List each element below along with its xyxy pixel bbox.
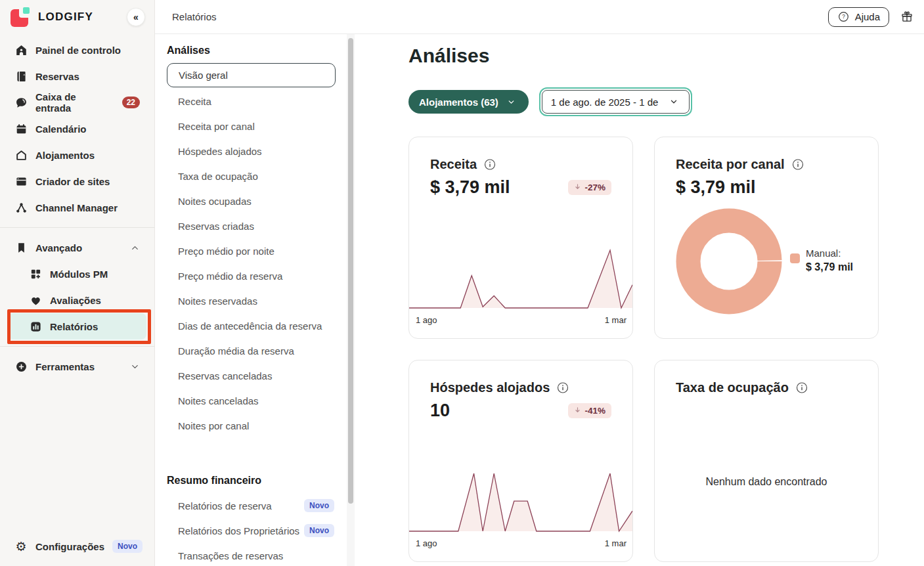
plus-circle-icon — [14, 360, 28, 373]
panel-item-relatorios-dos-proprietarios[interactable]: Relatórios dos ProprietáriosNovo — [167, 518, 336, 543]
sidebar-collapse-button[interactable]: « — [127, 8, 145, 26]
sparkline-chart — [409, 246, 632, 309]
sidebar-item-label: Módulos PM — [50, 269, 108, 280]
help-button[interactable]: ? Ajuda — [828, 7, 889, 27]
card-taxa-de-ocupacao: Taxa de ocupaçãoNenhum dado encontrado — [654, 360, 879, 562]
info-button[interactable] — [483, 158, 496, 171]
panel-item-label: Relatórios de reserva — [178, 500, 272, 512]
delta-badge: -27% — [568, 180, 611, 195]
panel-item-noites-por-canal[interactable]: Noites por canal — [167, 413, 336, 438]
delta-value: -41% — [584, 406, 605, 416]
sidebar-item-label: Caixa de entrada — [35, 91, 114, 114]
breadcrumb: Relatórios — [172, 11, 217, 22]
panel-item-noites-reservadas[interactable]: Noites reservadas — [167, 288, 336, 313]
chevron-up-icon — [130, 243, 140, 253]
logo-text: LODGIFY — [38, 11, 93, 24]
panel-item-label: Reservas criadas — [178, 221, 254, 232]
properties-dropdown[interactable]: Alojamentos (63) — [408, 90, 529, 114]
card-head: Hóspedes alojados — [409, 360, 632, 395]
x-axis-start-label: 1 ago — [416, 538, 437, 548]
card-value: 10 — [430, 401, 450, 421]
question-circle-icon: ? — [837, 11, 850, 23]
nav-divider — [0, 227, 154, 228]
panel-item-dias-de-antecedencia-da-reserva[interactable]: Dias de antecedência da reserva — [167, 313, 336, 338]
sidebar-item-label: Ferramentas — [35, 361, 95, 372]
panel-scrollbar-thumb[interactable] — [348, 38, 353, 504]
sidebar-item-label: Alojamentos — [35, 150, 95, 161]
legend-text: Manual:$ 3,79 mil — [806, 246, 853, 274]
sidebar-item-calendario[interactable]: Calendário — [8, 116, 146, 142]
panel-section-header: Resumo financeiro — [167, 475, 347, 487]
panel-item-taxa-de-ocupacao[interactable]: Taxa de ocupação — [167, 163, 336, 188]
panel-item-reservas-criadas[interactable]: Reservas criadas — [167, 213, 336, 238]
card-receita: Receita$ 3,79 mil-27%1 ago1 mar — [408, 137, 633, 339]
home-icon — [14, 44, 28, 56]
donut-chart — [676, 208, 782, 315]
sparkline-chart — [409, 469, 632, 533]
panel-item-label: Relatórios dos Proprietários — [178, 525, 299, 536]
panel-item-reservas-canceladas[interactable]: Reservas canceladas — [167, 363, 336, 388]
nav-divider — [0, 346, 154, 347]
panel-item-preco-medio-por-noite[interactable]: Preço médio por noite — [167, 238, 336, 263]
panel-item-preco-medio-da-reserva[interactable]: Preço médio da reserva — [167, 263, 336, 288]
info-button[interactable] — [556, 381, 569, 395]
panel-item-duracao-media-da-reserva[interactable]: Duração média da reserva — [167, 338, 336, 363]
down-arrow-icon — [574, 406, 581, 416]
sidebar-item-channel-manager[interactable]: Channel Manager — [8, 194, 146, 221]
panel-item-hospedes-alojados[interactable]: Hóspedes alojados — [167, 139, 336, 163]
sidebar-item-avancado[interactable]: Avançado — [8, 234, 146, 261]
card-head: Receita — [409, 137, 632, 172]
gift-button[interactable] — [900, 9, 913, 24]
panel-item-label: Noites ocupadas — [178, 196, 252, 207]
info-button[interactable] — [791, 158, 804, 171]
info-button[interactable] — [795, 381, 808, 395]
sidebar-item-alojamentos[interactable]: Alojamentos — [8, 142, 146, 168]
sidebar-item-painel-de-controlo[interactable]: Painel de controlo — [8, 37, 146, 63]
sidebar-item-configuracoes[interactable]: ⚙ Configurações Novo — [0, 532, 154, 561]
date-range-dropdown[interactable]: 1 de ago. de 2025 - 1 de — [542, 90, 690, 114]
panel-item-label: Noites por canal — [178, 420, 249, 431]
panel-item-receita-por-canal[interactable]: Receita por canal — [167, 114, 336, 139]
panel-item-noites-ocupadas[interactable]: Noites ocupadas — [167, 188, 336, 213]
sidebar-item-ferramentas[interactable]: Ferramentas — [8, 353, 146, 380]
empty-state-message: Nenhum dado encontrado — [655, 476, 878, 488]
card-title: Hóspedes alojados — [430, 380, 550, 395]
help-label: Ajuda — [855, 11, 880, 22]
panel-item-label: Dias de antecedência da reserva — [178, 320, 322, 332]
info-icon — [556, 381, 569, 395]
panel-item-label: Receita — [178, 96, 211, 107]
topbar: Relatórios ? Ajuda — [155, 0, 924, 34]
card-title: Taxa de ocupação — [676, 380, 789, 395]
x-axis-end-label: 1 mar — [605, 315, 627, 325]
card-value-row: $ 3,79 mil-27% — [409, 172, 632, 198]
panel-item-noites-canceladas[interactable]: Noites canceladas — [167, 388, 336, 413]
sidebar-item-criador-de-sites[interactable]: Criador de sites — [8, 168, 146, 194]
sidebar-item-label: Avaliações — [50, 295, 101, 306]
card-hospedes-alojados: Hóspedes alojados10-41%1 ago1 mar — [408, 360, 633, 562]
panel-item-visao-geral[interactable]: Visão geral — [167, 63, 336, 87]
sidebar-item-reservas[interactable]: Reservas — [8, 63, 146, 89]
card-value-row: 10-41% — [409, 395, 632, 421]
chart-legend: Manual:$ 3,79 mil — [790, 246, 853, 274]
lodgify-logo-icon — [11, 7, 30, 27]
svg-text:?: ? — [842, 13, 845, 20]
sidebar-item-relatorios[interactable]: Relatórios — [8, 313, 146, 339]
sidebar-item-avaliacoes[interactable]: Avaliações — [8, 287, 146, 313]
analytics-cards-grid: Receita$ 3,79 mil-27%1 ago1 marReceita p… — [408, 137, 924, 562]
x-axis-labels: 1 ago1 mar — [416, 538, 627, 548]
sidebar-item-caixa-de-entrada[interactable]: Caixa de entrada22 — [8, 89, 146, 116]
panel-item-transacoes-de-reservas[interactable]: Transações de reservas — [167, 543, 336, 566]
grid-plus-icon — [29, 268, 42, 280]
sidebar-item-label: Calendário — [35, 123, 87, 135]
panel-item-label: Reservas canceladas — [178, 370, 272, 381]
panel-item-receita[interactable]: Receita — [167, 89, 336, 114]
down-arrow-icon — [574, 183, 581, 192]
legend-swatch — [790, 253, 800, 263]
logo-row: LODGIFY « — [0, 0, 154, 34]
x-axis-labels: 1 ago1 mar — [416, 315, 627, 325]
properties-dropdown-label: Alojamentos (63) — [419, 97, 498, 108]
panel-item-relatorios-de-reserva[interactable]: Relatórios de reservaNovo — [167, 493, 336, 518]
card-head: Receita por canal — [655, 137, 878, 172]
sidebar-item-modulos-pm[interactable]: Módulos PM — [8, 261, 146, 287]
bar-chart-icon — [29, 320, 42, 333]
